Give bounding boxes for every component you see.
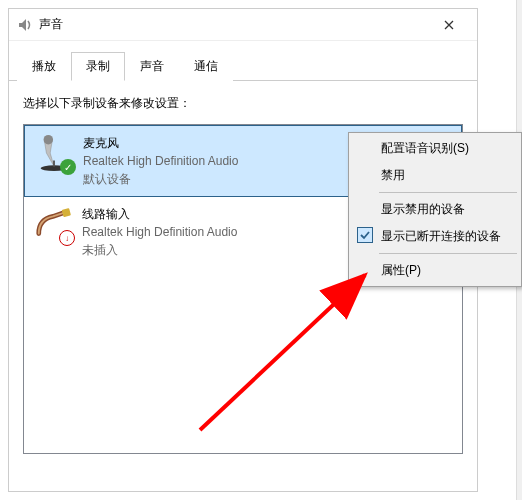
device-status: 默认设备 [83, 170, 238, 188]
menu-show-disconnected[interactable]: 显示已断开连接的设备 [351, 223, 519, 250]
tab-playback[interactable]: 播放 [17, 52, 71, 81]
menu-properties[interactable]: 属性(P) [351, 257, 519, 284]
device-info: 麦克风 Realtek High Definition Audio 默认设备 [83, 134, 238, 188]
device-status: 未插入 [82, 241, 237, 259]
device-info: 线路输入 Realtek High Definition Audio 未插入 [82, 205, 237, 259]
microphone-icon: ✓ [35, 134, 73, 172]
svg-rect-3 [62, 208, 71, 217]
device-description: Realtek High Definition Audio [82, 223, 237, 241]
device-description: Realtek High Definition Audio [83, 152, 238, 170]
unplugged-badge-icon: ↓ [59, 230, 75, 246]
window-title: 声音 [39, 16, 429, 33]
tab-sounds[interactable]: 声音 [125, 52, 179, 81]
menu-disable[interactable]: 禁用 [351, 162, 519, 189]
menu-configure-speech[interactable]: 配置语音识别(S) [351, 135, 519, 162]
svg-point-1 [44, 135, 54, 145]
menu-label: 显示已断开连接的设备 [381, 229, 501, 243]
tab-strip: 播放 录制 声音 通信 [9, 43, 477, 81]
device-name: 麦克风 [83, 134, 238, 152]
tab-recording[interactable]: 录制 [71, 52, 125, 81]
menu-separator [379, 253, 517, 254]
line-in-icon: ↓ [34, 205, 72, 243]
device-name: 线路输入 [82, 205, 237, 223]
default-badge-icon: ✓ [60, 159, 76, 175]
menu-separator [379, 192, 517, 193]
titlebar: 声音 [9, 9, 477, 41]
sound-icon [17, 17, 33, 33]
close-button[interactable] [429, 10, 469, 40]
instruction-text: 选择以下录制设备来修改设置： [23, 95, 463, 112]
tab-communications[interactable]: 通信 [179, 52, 233, 81]
check-icon [357, 227, 373, 243]
device-context-menu: 配置语音识别(S) 禁用 显示禁用的设备 显示已断开连接的设备 属性(P) [348, 132, 522, 287]
menu-show-disabled[interactable]: 显示禁用的设备 [351, 196, 519, 223]
